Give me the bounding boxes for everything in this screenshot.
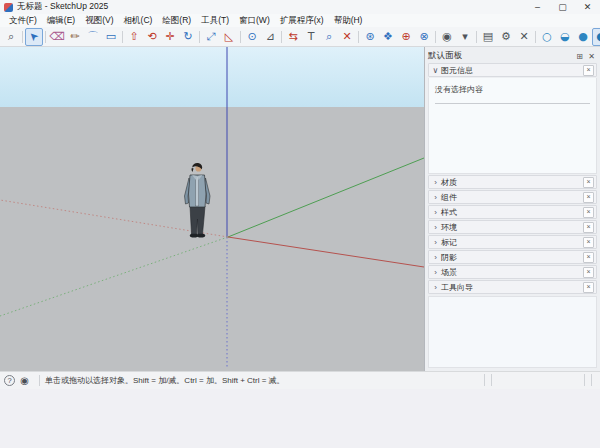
account-icon[interactable]: ◉ <box>438 28 456 46</box>
rotate-tool-icon[interactable]: ↻ <box>179 28 197 46</box>
account-caret-icon[interactable]: ▾ <box>456 28 474 46</box>
tape-measure-tool-icon[interactable]: ⊿ <box>261 28 279 46</box>
followme-tool-icon[interactable]: ⟲ <box>143 28 161 46</box>
menu-view[interactable]: 视图(V) <box>80 15 118 27</box>
tool-glyph: ⌒ <box>88 31 99 42</box>
menu-window[interactable]: 窗口(W) <box>234 15 275 27</box>
line-tool-icon[interactable]: ✏ <box>66 28 84 46</box>
tool-glyph: ○ <box>542 31 552 42</box>
menu-help[interactable]: 帮助(H) <box>329 15 368 27</box>
panel-section-shadows[interactable]: › 阴影 × <box>428 250 597 264</box>
tool-glyph: ⊕ <box>401 31 410 42</box>
sketchup-logo-icon <box>4 3 13 12</box>
warehouse-3d-icon[interactable]: ⊕ <box>397 28 415 46</box>
chevron-right-icon: › <box>431 253 440 262</box>
divider <box>435 103 590 104</box>
toolbar-button <box>433 29 438 45</box>
toolbar-button <box>43 29 48 45</box>
open-folder-icon[interactable]: ▤ <box>479 28 497 46</box>
chevron-right-icon: › <box>431 208 440 217</box>
panel-section-label: 材质 <box>441 177 457 188</box>
menu-edit[interactable]: 编辑(E) <box>42 15 80 27</box>
close-icon[interactable]: × <box>583 177 594 188</box>
close-icon[interactable]: × <box>583 192 594 203</box>
offset-tool-icon[interactable]: ⇆ <box>284 28 302 46</box>
tray-dock-icon[interactable]: ⊞ <box>574 52 585 61</box>
axes-tool-icon[interactable]: ◺ <box>220 28 238 46</box>
orbit-tool-icon[interactable]: ⊛ <box>361 28 379 46</box>
search-tool-icon[interactable]: ⌕ <box>2 28 20 46</box>
entity-info-empty-text: 没有选择内容 <box>435 84 590 95</box>
scale-tool-icon[interactable]: ⤢ <box>202 28 220 46</box>
zoom-extents-icon[interactable]: ✕ <box>338 28 356 46</box>
tool-glyph: ▤ <box>483 31 493 42</box>
protractor-tool-icon[interactable]: ⊙ <box>243 28 261 46</box>
close-model-icon[interactable]: ✕ <box>515 28 533 46</box>
tool-glyph: ⌕ <box>326 31 332 42</box>
arc-tool-icon[interactable]: ⌒ <box>84 28 102 46</box>
move-tool-icon[interactable]: ✛ <box>161 28 179 46</box>
context-help-icon[interactable]: ◉ <box>19 375 30 386</box>
close-icon[interactable]: × <box>583 207 594 218</box>
statusbar: ? ◉ 单击或拖动以选择对象。Shift = 加/减。Ctrl = 加。Shif… <box>0 371 600 389</box>
tray-close-icon[interactable]: ✕ <box>586 52 597 61</box>
menu-file[interactable]: 文件(F) <box>4 15 42 27</box>
pan-tool-icon[interactable]: ❖ <box>379 28 397 46</box>
panel-section-tags[interactable]: › 标记 × <box>428 235 597 249</box>
close-icon[interactable]: × <box>583 222 594 233</box>
panel-section-styles[interactable]: › 样式 × <box>428 205 597 219</box>
panel-section-components[interactable]: › 组件 × <box>428 190 597 204</box>
panel-section-instructor[interactable]: › 工具向导 × <box>428 280 597 294</box>
maximize-button[interactable]: ▢ <box>550 0 575 14</box>
style-shaded-textures-icon[interactable]: ● <box>592 28 600 46</box>
chevron-right-icon: › <box>431 193 440 202</box>
style-wireframe-icon[interactable]: ○ <box>538 28 556 46</box>
panel-section-materials[interactable]: › 材质 × <box>428 175 597 189</box>
empty-space <box>0 389 600 448</box>
panel-section-label: 标记 <box>441 237 457 248</box>
close-button[interactable]: ✕ <box>575 0 600 14</box>
menu-tools[interactable]: 工具(T) <box>196 15 234 27</box>
toolbar-button <box>197 29 202 45</box>
tool-glyph: ⚙ <box>501 31 511 42</box>
panel-section-list: › 材质 × › 组件 × › 样式 × › 环境 × <box>428 175 597 295</box>
minimize-button[interactable]: – <box>525 0 550 14</box>
rectangle-tool-icon[interactable]: ▭ <box>102 28 120 46</box>
settings-gear-icon[interactable]: ⚙ <box>497 28 515 46</box>
close-icon[interactable]: × <box>583 282 594 293</box>
style-hidden-line-icon[interactable]: ◒ <box>556 28 574 46</box>
select-tool-icon[interactable]: ➤ <box>25 28 43 46</box>
panel-section-environment[interactable]: › 环境 × <box>428 220 597 234</box>
text-tool-icon[interactable]: T <box>302 28 320 46</box>
menubar: 文件(F)编辑(E)视图(V)相机(C)绘图(R)工具(T)窗口(W)扩展程序(… <box>0 14 600 27</box>
tool-glyph: ⇆ <box>288 31 297 42</box>
model-viewport[interactable] <box>0 47 424 371</box>
pushpull-tool-icon[interactable]: ⇧ <box>125 28 143 46</box>
tool-glyph: ⊿ <box>265 31 274 42</box>
tool-glyph: ● <box>596 31 600 42</box>
panel-section-label: 组件 <box>441 192 457 203</box>
close-icon[interactable]: × <box>583 252 594 263</box>
menu-camera[interactable]: 相机(C) <box>119 15 158 27</box>
help-icon[interactable]: ? <box>4 375 15 386</box>
eraser-tool-icon[interactable]: ⌫ <box>48 28 66 46</box>
tool-glyph: ↻ <box>183 31 192 42</box>
toolbar-button <box>120 29 125 45</box>
toolbar-button <box>474 29 479 45</box>
close-icon[interactable]: × <box>583 267 594 278</box>
close-icon[interactable]: × <box>583 237 594 248</box>
menu-draw[interactable]: 绘图(R) <box>157 15 196 27</box>
titlebar: 无标题 - SketchUp 2025 – ▢ ✕ <box>0 0 600 14</box>
style-shaded-icon[interactable]: ● <box>574 28 592 46</box>
close-icon[interactable]: × <box>583 65 594 76</box>
zoom-tool-icon[interactable]: ⌕ <box>320 28 338 46</box>
panel-section-scenes[interactable]: › 场景 × <box>428 265 597 279</box>
chevron-down-icon: ∨ <box>431 66 440 75</box>
extension-warehouse-icon[interactable]: ⊗ <box>415 28 433 46</box>
tool-glyph: ⤢ <box>207 31 216 42</box>
panel-section-entity-info[interactable]: ∨ 图元信息 × <box>428 63 597 77</box>
tool-glyph: ✏ <box>70 31 79 42</box>
chevron-right-icon: › <box>431 283 440 292</box>
toolbar-button <box>533 29 538 45</box>
menu-extensions[interactable]: 扩展程序(x) <box>275 15 329 27</box>
